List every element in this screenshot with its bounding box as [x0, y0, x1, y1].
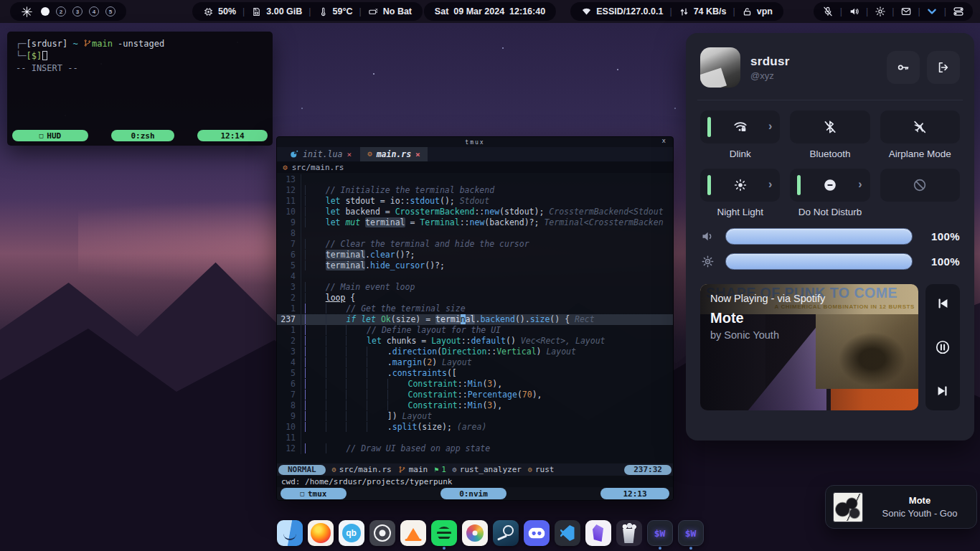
- code-line[interactable]: 9 ]) Layout: [277, 411, 673, 422]
- tmux-window-zsh[interactable]: 0:zsh: [111, 130, 174, 141]
- launcher-star-icon[interactable]: [21, 6, 33, 18]
- code-line[interactable]: 1 // Define layout for the UI: [277, 325, 673, 336]
- code-line[interactable]: 11 let stdout = io::stdout(); Stdout: [277, 196, 673, 207]
- code-line[interactable]: 7 // Clear the terminal and hide the cur…: [277, 239, 673, 250]
- brightness-slider[interactable]: [725, 253, 913, 270]
- dock-spotify[interactable]: [431, 520, 457, 550]
- toggle-ban-button[interactable]: [880, 169, 960, 202]
- code-area[interactable]: 1312 // Initialize the terminal backend1…: [277, 173, 673, 454]
- dock-discord[interactable]: [524, 520, 550, 550]
- next-track-button[interactable]: [935, 383, 951, 399]
- code-line[interactable]: 7 Constraint::Percentage(70),: [277, 390, 673, 400]
- previous-track-button[interactable]: [935, 296, 951, 311]
- chevron-right-icon[interactable]: ›: [768, 120, 772, 133]
- tab-close-icon[interactable]: ×: [347, 150, 352, 159]
- network-pill[interactable]: ESSID/127.0.0.1|74 KB/s|vpn: [570, 2, 783, 21]
- tmux-session-tmux[interactable]: □tmux: [281, 488, 347, 499]
- code-line[interactable]: 1 // Get the terminal size: [277, 303, 673, 314]
- workspace-5[interactable]: 5: [105, 6, 116, 17]
- code-line[interactable]: 4: [277, 271, 673, 282]
- workspace-2[interactable]: 2: [56, 6, 66, 17]
- code-line[interactable]: 3 .direction(Direction::Vertical) Layout: [277, 347, 673, 357]
- chevron-right-icon[interactable]: ›: [858, 178, 862, 191]
- dock-firefox[interactable]: [308, 520, 334, 550]
- tab-close-icon[interactable]: ×: [415, 150, 420, 159]
- editor-window[interactable]: tmux x init.lua × ⚙ main.rs × ⚙ src/main…: [276, 136, 674, 501]
- code-line[interactable]: 10 .split(size); (area): [277, 422, 673, 433]
- dock-obs[interactable]: [369, 520, 395, 550]
- vscode-icon[interactable]: [555, 520, 580, 546]
- code-line[interactable]: 4 .margin(2) Layout: [277, 357, 673, 368]
- workspace-4[interactable]: 4: [89, 6, 99, 17]
- dock-terminal-w[interactable]: [647, 520, 673, 550]
- mic-muted-icon[interactable]: [822, 6, 834, 18]
- tab-init-lua[interactable]: init.lua ×: [283, 147, 359, 161]
- code-line[interactable]: 8: [277, 228, 673, 239]
- mail-icon[interactable]: [900, 6, 913, 18]
- code-line[interactable]: 2 let chunks = Layout::default() Vec<Rec…: [277, 336, 673, 347]
- photos-icon[interactable]: [462, 520, 488, 546]
- terminal-window[interactable]: ┌─[srdusr] ~ main -unstaged └─[$] -- INS…: [7, 32, 273, 146]
- dock-photos[interactable]: [462, 520, 488, 550]
- obsidian-icon[interactable]: [585, 520, 611, 546]
- file-manager-icon[interactable]: [277, 520, 303, 546]
- lock-keys-button[interactable]: [887, 51, 920, 84]
- code-line[interactable]: 11: [277, 433, 673, 443]
- toggle-dlink-button[interactable]: ›: [700, 110, 780, 143]
- dock-vlc[interactable]: [400, 520, 426, 550]
- code-line[interactable]: 237 if let Ok(size) = terminal.backend()…: [277, 314, 673, 325]
- toggles-icon[interactable]: [952, 6, 964, 18]
- workspace-1-active[interactable]: [41, 7, 50, 16]
- code-line[interactable]: 5 terminal.hide_cursor()?;: [277, 260, 673, 271]
- code-line[interactable]: 9 let mut terminal = Terminal::new(backe…: [277, 217, 673, 228]
- qbittorrent-icon[interactable]: [339, 520, 364, 546]
- workspace-3[interactable]: 3: [72, 6, 83, 17]
- code-line[interactable]: 12 // Draw UI based on app state: [277, 443, 673, 454]
- terminal-w-icon[interactable]: [647, 520, 673, 546]
- tmux-window-nvim[interactable]: 0:nvim: [440, 488, 507, 499]
- vlc-icon[interactable]: [400, 520, 426, 546]
- toggle-do-not-disturb-button[interactable]: ›: [790, 169, 870, 202]
- workspace-list: 2345: [41, 6, 116, 17]
- discord-icon[interactable]: [524, 520, 550, 546]
- dock-vscode[interactable]: [555, 520, 580, 550]
- toggle-ban: [880, 169, 960, 218]
- steam-icon[interactable]: [493, 520, 519, 546]
- terminal-w-icon[interactable]: [678, 520, 704, 546]
- toggle-night-light-button[interactable]: ›: [700, 169, 780, 202]
- logout-button[interactable]: [927, 51, 960, 84]
- chevron-down-icon[interactable]: [926, 6, 938, 18]
- spotify-icon[interactable]: [431, 520, 457, 546]
- dock-terminal-w[interactable]: [678, 520, 704, 550]
- window-close-button[interactable]: x: [662, 137, 667, 144]
- toggle-airplane-mode-button[interactable]: [880, 110, 960, 143]
- volume-icon[interactable]: [848, 6, 860, 18]
- settings-icon[interactable]: [874, 6, 886, 18]
- code-line[interactable]: 6 Constraint::Min(3),: [277, 379, 673, 390]
- chevron-right-icon[interactable]: ›: [768, 178, 772, 191]
- code-line[interactable]: 8 Constraint::Min(3),: [277, 400, 673, 411]
- tmux-session-hud[interactable]: □HUD: [12, 130, 88, 141]
- tab-main-rs[interactable]: ⚙ main.rs ×: [360, 147, 428, 161]
- stat-cpu: 50%: [203, 6, 236, 17]
- dock-qbittorrent[interactable]: [339, 520, 364, 550]
- dock-trash[interactable]: [616, 520, 642, 550]
- code-line[interactable]: 13: [277, 174, 673, 185]
- toggle-bluetooth-button[interactable]: [790, 110, 870, 143]
- code-line[interactable]: 3 // Main event loop: [277, 282, 673, 293]
- trash-icon[interactable]: [616, 520, 642, 546]
- album-art-card[interactable]: SHAPE OF PUNK TO COME A CHIMERICAL BOMBI…: [700, 284, 918, 410]
- code-line[interactable]: 12 // Initialize the terminal backend: [277, 185, 673, 196]
- firefox-icon[interactable]: [308, 520, 334, 546]
- code-line[interactable]: 6 terminal.clear()?;: [277, 250, 673, 260]
- obs-icon[interactable]: [369, 520, 395, 546]
- clock[interactable]: Sat 09 Mar 2024 12:16:40: [424, 2, 556, 21]
- code-line[interactable]: 10 let backend = CrosstermBackend::new(s…: [277, 207, 673, 217]
- dock-file-manager[interactable]: [277, 520, 303, 550]
- volume-slider[interactable]: [725, 228, 913, 245]
- dock-obsidian[interactable]: [585, 520, 611, 550]
- pause-button[interactable]: [935, 339, 951, 355]
- dock-steam[interactable]: [493, 520, 519, 550]
- code-line[interactable]: 2 loop {: [277, 293, 673, 303]
- code-line[interactable]: 5 .constraints([: [277, 368, 673, 379]
